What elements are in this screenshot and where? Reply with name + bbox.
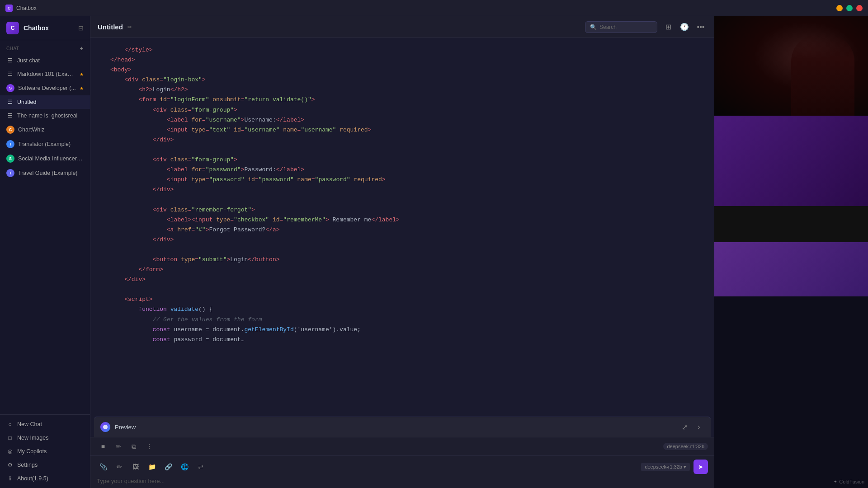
text-input-placeholder[interactable]: Type your question here... [97, 478, 708, 484]
star-icon: ★ [80, 72, 84, 77]
folder-button[interactable]: 📁 [146, 460, 158, 473]
chat-icon: ☰ [6, 112, 14, 119]
edit-title-icon[interactable]: ✏ [127, 24, 132, 30]
sidebar-item-label: The name is: ghostsreal [17, 113, 84, 119]
code-line: </div> [99, 185, 705, 195]
sidebar: C Chatbox ⊟ Chat + ☰ Just chat ☰ Markdow… [0, 16, 90, 488]
preview-header: Preview ⤢ › [94, 417, 711, 437]
code-line: <div class="login-box"> [99, 75, 705, 85]
more-options-button[interactable]: ••• [694, 21, 707, 33]
maximize-button[interactable] [846, 5, 853, 11]
images-icon: □ [6, 434, 14, 441]
code-line: <a href="#">Forgot Password?</a> [99, 225, 705, 235]
sidebar-item-just-chat[interactable]: ☰ Just chat [0, 54, 90, 67]
preview-actions: ⤢ › [679, 422, 704, 432]
send-button[interactable]: ➤ [693, 460, 708, 474]
draw-button[interactable]: ✏ [113, 460, 126, 473]
text-input-row: Type your question here... [97, 478, 708, 484]
right-panel: ✦ ColdFusion [714, 16, 868, 488]
topbar-title: Untitled [98, 23, 123, 31]
toolbar: ■ ✏ ⧉ ⋮ deepseek-r1:32b [90, 437, 714, 455]
sidebar-item-label: New Images [17, 435, 84, 441]
link-button[interactable]: 🔗 [162, 460, 175, 473]
sidebar-item-chartwhiz[interactable]: C ChartWhiz [0, 122, 90, 137]
code-line [99, 145, 705, 155]
main-layout: C Chatbox ⊟ Chat + ☰ Just chat ☰ Markdow… [0, 16, 868, 488]
more-button[interactable]: ⋮ [143, 440, 156, 453]
webcam-area [714, 16, 868, 116]
close-button[interactable] [856, 5, 863, 11]
sidebar-item-translator[interactable]: T Translator (Example) [0, 137, 90, 151]
code-line [99, 245, 705, 255]
input-toolbar-row: 📎 ✏ 🖼 📁 🔗 🌐 ⇄ deepseek-r1:32b ▾ ➤ [97, 460, 708, 474]
titlebar-title: Chatbox [16, 5, 37, 11]
attach-button[interactable]: 📎 [97, 460, 109, 473]
svg-point-0 [103, 425, 108, 429]
sidebar-app-icon: C [6, 22, 19, 34]
sidebar-item-label: Just chat [17, 57, 84, 64]
sidebar-item-new-chat[interactable]: ○ New Chat [0, 418, 90, 431]
sidebar-item-ghostsreal[interactable]: ☰ The name is: ghostsreal [0, 109, 90, 122]
dark-strip [714, 206, 868, 242]
app-logo-icon: C [5, 5, 13, 12]
code-line: <input type="password" id="password" nam… [99, 175, 705, 185]
sidebar-collapse-button[interactable]: ⊟ [78, 24, 84, 32]
code-line: <input type="text" id="username" name="u… [99, 125, 705, 135]
avatar: S [6, 155, 14, 163]
avatar: S [6, 84, 14, 92]
minimize-button[interactable] [836, 5, 843, 11]
edit-button[interactable]: ✏ [112, 440, 125, 453]
info-icon: ℹ [6, 475, 14, 482]
code-line: <label for="password">Password:</label> [99, 165, 705, 175]
arrows-button[interactable]: ⇄ [194, 460, 207, 473]
sidebar-chat-section: Chat + [0, 40, 90, 54]
topbar: Untitled ✏ 🔍 Search ⊞ 🕐 ••• [90, 16, 714, 38]
settings-icon: ⚙ [6, 461, 14, 469]
copy-button[interactable]: ⧉ [127, 440, 140, 453]
code-line: <body> [99, 65, 705, 75]
coldfusion-logo-icon: ✦ [834, 479, 837, 484]
sidebar-item-travel-guide[interactable]: T Travel Guide (Example) [0, 166, 90, 180]
coldfusion-text: ColdFusion [839, 479, 864, 484]
sidebar-item-social-media[interactable]: S Social Media Influencer (E… [0, 151, 90, 166]
expand-preview-button[interactable]: ⤢ [679, 422, 690, 432]
preview-bar: Preview ⤢ › [94, 417, 711, 437]
code-line [99, 195, 705, 205]
code-line: <div class="form-group"> [99, 155, 705, 165]
purple-block [714, 116, 868, 206]
globe-button[interactable]: 🌐 [178, 460, 191, 473]
avatar: C [6, 126, 14, 134]
code-line: </div> [99, 235, 705, 245]
sidebar-item-about[interactable]: ℹ About(1.9.5) [0, 472, 90, 485]
split-view-button[interactable]: ⊞ [662, 21, 675, 33]
avatar: T [6, 169, 14, 177]
sidebar-item-label: Markdown 101 (Exam... [17, 71, 76, 77]
search-icon: 🔍 [590, 24, 597, 30]
code-editor: </style> </head> <body> <div class="logi… [90, 38, 714, 417]
search-placeholder: Search [599, 24, 617, 30]
code-line: </div> [99, 275, 705, 285]
sidebar-item-markdown[interactable]: ☰ Markdown 101 (Exam... ★ [0, 67, 90, 81]
code-line: <label for="username">Username:</label> [99, 115, 705, 125]
purple-bottom: ✦ ColdFusion [714, 242, 868, 296]
code-line: <button type="submit">Login</button> [99, 255, 705, 265]
new-chat-inline-button[interactable]: + [80, 45, 84, 52]
sidebar-item-new-images[interactable]: □ New Images [0, 431, 90, 445]
sidebar-item-untitled[interactable]: ☰ Untitled [0, 95, 90, 109]
sidebar-item-settings[interactable]: ⚙ Settings [0, 458, 90, 472]
code-line: </div> [99, 135, 705, 145]
webcam-right-side: ✦ ColdFusion [714, 116, 868, 488]
model-badge[interactable]: deepseek-r1:32b ▾ [641, 463, 690, 471]
coldfusion-watermark: ✦ ColdFusion [834, 479, 864, 484]
code-line: </style> [99, 45, 705, 55]
image-button[interactable]: 🖼 [129, 460, 142, 473]
sidebar-item-software-developer[interactable]: S Software Developer (... ★ [0, 81, 90, 95]
sidebar-app-name: Chatbox [24, 24, 49, 32]
sidebar-item-label: New Chat [17, 421, 84, 427]
sidebar-item-my-copilots[interactable]: ◎ My Copilots [0, 445, 90, 458]
stop-button[interactable]: ■ [97, 440, 109, 453]
search-box[interactable]: 🔍 Search [585, 21, 657, 33]
next-preview-button[interactable]: › [693, 422, 704, 432]
history-button[interactable]: 🕐 [678, 21, 691, 33]
input-area: 📎 ✏ 🖼 📁 🔗 🌐 ⇄ deepseek-r1:32b ▾ ➤ Type y… [90, 455, 714, 488]
